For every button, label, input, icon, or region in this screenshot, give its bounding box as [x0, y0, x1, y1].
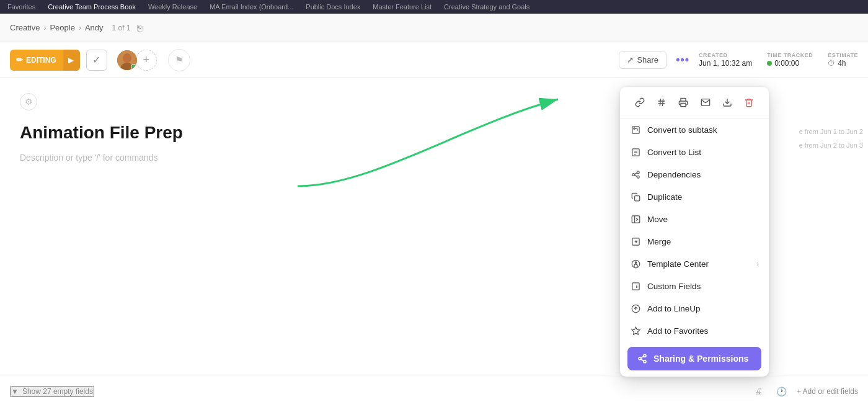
estimate-label: ESTIMATE: [828, 52, 858, 58]
nav-item-favorites[interactable]: Favorites: [7, 3, 35, 11]
add-to-favorites-label: Add to Favorites: [647, 326, 708, 336]
history-icon-btn[interactable]: 🕐: [773, 383, 790, 400]
add-member-button[interactable]: +: [136, 50, 157, 71]
editing-label: ✏ EDITING: [10, 55, 63, 65]
svg-line-7: [662, 99, 663, 106]
dropdown-menu: Convert to subtask Convert to List Depen…: [620, 87, 769, 377]
toolbar-right: ↗ Share ••• CREATED Jun 1, 10:32 am TIME…: [619, 50, 858, 70]
show-fields-button[interactable]: ▼ Show 27 empty fields: [10, 386, 94, 397]
svg-rect-8: [681, 103, 686, 106]
avatar-group: +: [116, 49, 157, 71]
nav-item-weekly-release[interactable]: Weekly Release: [148, 3, 197, 11]
convert-to-subtask-label: Convert to subtask: [647, 125, 717, 135]
side-note-1: e from Jun 1 to Jun 2: [799, 128, 868, 135]
share-button[interactable]: ↗ Share: [619, 51, 666, 69]
merge-icon: [630, 236, 641, 247]
avatar[interactable]: [116, 49, 138, 71]
print-icon-btn-dropdown[interactable]: [674, 93, 693, 112]
editing-button[interactable]: ✏ EDITING ▶: [10, 50, 80, 71]
breadcrumb-bar: Creative › People › Andy 1 of 1 ⎘: [0, 14, 868, 42]
sharing-permissions-button[interactable]: Sharing & Permissions: [627, 347, 761, 370]
bottom-bar: ▼ Show 27 empty fields 🖨 🕐 + Add or edit…: [0, 375, 868, 407]
svg-point-1: [123, 53, 130, 61]
download-icon: [722, 97, 732, 107]
print-icon-btn[interactable]: 🖨: [750, 383, 767, 400]
svg-rect-10: [632, 126, 639, 133]
breadcrumb-people[interactable]: People: [50, 23, 74, 32]
svg-rect-27: [632, 282, 639, 289]
custom-fields-icon: [630, 280, 641, 292]
download-icon-btn[interactable]: [718, 93, 737, 112]
copy-icon[interactable]: ⎘: [137, 23, 142, 33]
svg-point-18: [637, 176, 639, 178]
share-icon: ↗: [627, 55, 634, 65]
move-item[interactable]: Move: [620, 208, 769, 230]
merge-item[interactable]: Merge: [620, 230, 769, 253]
svg-point-17: [637, 171, 639, 173]
breadcrumb-creative[interactable]: Creative: [10, 23, 40, 32]
svg-marker-29: [632, 327, 640, 334]
svg-line-20: [634, 175, 637, 177]
custom-fields-label: Custom Fields: [647, 282, 701, 291]
convert-to-subtask-item[interactable]: Convert to subtask: [620, 119, 769, 141]
link-icon-btn[interactable]: [631, 93, 649, 112]
move-icon: [630, 213, 641, 225]
breadcrumb-andy[interactable]: Andy: [85, 23, 104, 32]
time-tracked-value-group: 0:00:00: [767, 59, 813, 68]
nav-item-ma-email[interactable]: MA Email Index (Onboard...: [210, 3, 293, 11]
template-center-arrow: ›: [756, 259, 759, 268]
nav-item-creative-book[interactable]: Creative Team Process Book: [48, 3, 136, 11]
nav-item-public-docs[interactable]: Public Docs Index: [306, 3, 360, 11]
timer-dot: [767, 61, 772, 66]
editing-arrow: ▶: [63, 50, 80, 71]
breadcrumb-count: 1 of 1: [112, 24, 131, 32]
online-indicator: [131, 64, 136, 69]
breadcrumb-sep-1: ›: [43, 24, 46, 32]
template-center-label: Template Center: [647, 259, 709, 269]
hash-icon-btn[interactable]: [652, 93, 671, 112]
created-value: Jun 1, 10:32 am: [699, 59, 752, 68]
add-member-icon: +: [143, 53, 149, 66]
mail-icon-btn[interactable]: [696, 93, 715, 112]
share-label: Share: [637, 55, 658, 65]
move-label: Move: [647, 215, 668, 224]
template-icon: [630, 258, 641, 269]
nav-item-master-feature[interactable]: Master Feature List: [373, 3, 432, 11]
add-to-lineup-label: Add to LineUp: [647, 304, 701, 313]
list-icon: [630, 146, 641, 158]
trash-icon: [744, 97, 754, 107]
checkmark-icon: ✓: [92, 54, 100, 66]
trash-icon-btn[interactable]: [740, 93, 758, 112]
settings-button[interactable]: ⚙: [20, 93, 37, 110]
lineup-icon: [630, 303, 641, 314]
show-fields-label: Show 27 empty fields: [22, 387, 93, 396]
svg-rect-22: [632, 215, 640, 222]
add-fields-button[interactable]: + Add or edit fields: [797, 387, 858, 396]
flag-button[interactable]: ⚑: [168, 49, 190, 71]
convert-to-list-item[interactable]: Convert to List: [620, 141, 769, 163]
nav-item-creative-strategy[interactable]: Creative Strategy and Goals: [444, 3, 529, 11]
time-tracked-meta: TIME TRACKED 0:00:00: [767, 52, 813, 68]
custom-fields-item[interactable]: Custom Fields: [620, 275, 769, 297]
more-options-button[interactable]: •••: [673, 50, 693, 70]
merge-label: Merge: [647, 237, 671, 246]
subtask-icon: [630, 124, 641, 135]
template-center-item[interactable]: Template Center ›: [620, 253, 769, 275]
settings-icon: ⚙: [25, 97, 33, 107]
sharing-permissions-label: Sharing & Permissions: [653, 354, 748, 364]
dependencies-item[interactable]: Dependencies: [620, 163, 769, 186]
svg-point-31: [639, 357, 641, 360]
time-tracked-label: TIME TRACKED: [767, 52, 813, 58]
svg-point-30: [644, 354, 646, 357]
add-to-lineup-item[interactable]: Add to LineUp: [620, 297, 769, 320]
meta-group: CREATED Jun 1, 10:32 am TIME TRACKED 0:0…: [699, 52, 858, 68]
checkmark-button[interactable]: ✓: [86, 50, 107, 71]
duplicate-item[interactable]: Duplicate: [620, 186, 769, 208]
svg-rect-21: [634, 195, 639, 200]
flag-icon: ⚑: [175, 55, 183, 66]
dependencies-label: Dependencies: [647, 170, 701, 179]
svg-line-19: [634, 172, 637, 174]
top-nav: Favorites Creative Team Process Book Wee…: [0, 0, 868, 14]
add-to-favorites-item[interactable]: Add to Favorites: [620, 320, 769, 342]
time-tracked-value: 0:00:00: [774, 59, 799, 68]
